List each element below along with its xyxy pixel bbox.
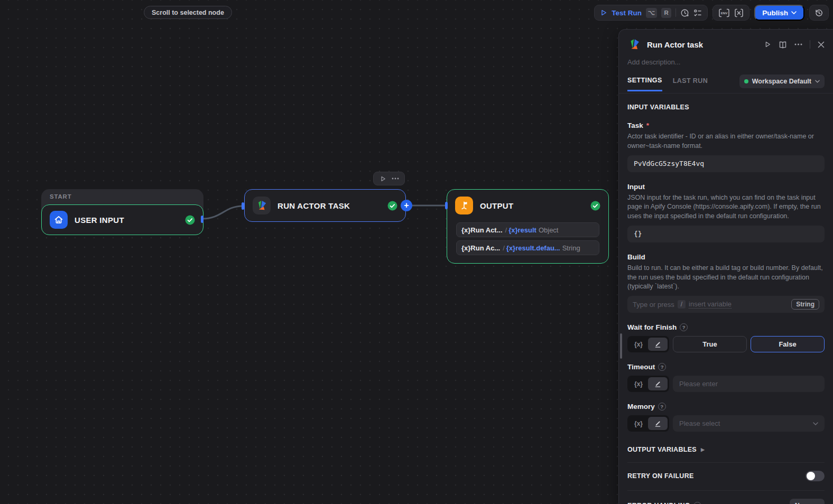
start-group-label: START — [41, 189, 203, 200]
variable-mode-button[interactable]: {x} — [629, 420, 648, 427]
true-button[interactable]: True — [673, 336, 747, 352]
panel-scrollbar[interactable] — [620, 333, 622, 359]
node-toolbar — [373, 172, 405, 185]
output-variables-section[interactable]: OUTPUT VARIABLES ▶ — [627, 446, 825, 453]
value-mode-toggle: {x} — [627, 415, 669, 432]
build-input[interactable]: Type or press / insert variable String — [627, 296, 825, 313]
string-type-badge: String — [791, 299, 819, 310]
error-handling-value: None — [795, 502, 811, 504]
tab-settings[interactable]: SETTINGS — [627, 77, 662, 91]
version-history-icon[interactable] — [815, 8, 823, 17]
help-icon[interactable]: ? — [680, 323, 688, 331]
variable-mode-button[interactable]: {x} — [629, 341, 648, 348]
edit-mode-button[interactable] — [648, 377, 668, 390]
help-icon[interactable]: ? — [658, 403, 666, 410]
input-handle[interactable] — [445, 202, 448, 209]
error-handling-select[interactable]: None — [790, 499, 825, 504]
chevron-down-icon — [815, 80, 820, 83]
divider — [810, 40, 810, 49]
variable-path: {x}result.defau... — [506, 244, 560, 252]
success-check-icon — [185, 215, 195, 225]
publish-label: Publish — [762, 9, 788, 17]
task-input[interactable] — [627, 155, 825, 172]
error-handling-heading: ERROR HANDLING ? — [627, 502, 701, 504]
build-label: Build — [627, 253, 645, 261]
input-label: Input — [627, 183, 645, 191]
node-more-icon[interactable] — [392, 178, 399, 180]
docs-icon[interactable] — [779, 41, 787, 49]
run-node-icon[interactable] — [380, 175, 386, 182]
memory-label: Memory — [627, 403, 655, 410]
variable-separator: / — [505, 226, 507, 234]
input-description: JSON input for the task run, which you c… — [627, 193, 825, 221]
variable-mode-button[interactable]: {x} — [629, 380, 648, 388]
description-placeholder[interactable]: Add description... — [619, 51, 833, 66]
value-mode-toggle: {x} — [627, 376, 669, 392]
apify-logo-icon — [627, 38, 641, 51]
edit-mode-button[interactable] — [648, 338, 668, 351]
variable-path: {x}result — [508, 226, 536, 234]
schedule-run-icon[interactable] — [680, 8, 689, 17]
run-step-icon[interactable] — [764, 41, 771, 48]
task-field-group: Task * Actor task identifier - ID or an … — [627, 122, 825, 172]
build-description: Build to run. It can be either a build t… — [627, 264, 825, 292]
help-icon[interactable]: ? — [693, 502, 701, 504]
workspace-selector[interactable]: Workspace Default — [739, 74, 825, 88]
history-group — [809, 5, 829, 21]
output-variable-pill[interactable]: {x}Run Ac... / {x}result.defau... String — [456, 240, 599, 255]
workspace-label: Workspace Default — [752, 78, 811, 85]
tab-last-run[interactable]: LAST RUN — [673, 77, 708, 90]
success-check-icon — [590, 201, 600, 211]
input-variables-heading: INPUT VARIABLES — [627, 104, 825, 111]
shortcut-option-key: ⌥ — [646, 8, 657, 18]
wait-for-finish-label: Wait for Finish — [627, 323, 677, 331]
test-run-button[interactable]: Test Run — [612, 9, 642, 17]
topbar: Test Run ⌥ R ENV — [594, 5, 829, 21]
timeout-input[interactable] — [673, 376, 825, 392]
node-run-actor-task[interactable]: RUN ACTOR TASK — [244, 189, 406, 222]
node-config-panel: Run Actor task Add description... SETTIN… — [618, 29, 833, 504]
node-title: USER INPUT — [75, 216, 185, 225]
insert-variable-link[interactable]: insert variable — [689, 300, 732, 309]
panel-title: Run Actor task — [647, 40, 764, 49]
memory-select[interactable]: Please select — [673, 415, 825, 432]
shortcut-r-key: R — [661, 8, 671, 18]
output-variable-pill[interactable]: {x}Run Act... / {x}result Object — [456, 222, 599, 237]
error-handling-label: ERROR HANDLING — [627, 502, 690, 504]
publish-button[interactable]: Publish — [754, 5, 804, 21]
retry-on-failure-heading: RETRY ON FAILURE — [627, 472, 694, 480]
required-mark: * — [646, 122, 649, 129]
variable-type: String — [562, 244, 580, 252]
test-run-play-icon[interactable] — [600, 9, 607, 16]
false-button[interactable]: False — [751, 336, 825, 352]
close-panel-icon[interactable] — [818, 41, 825, 48]
add-node-button[interactable]: + — [401, 200, 412, 211]
variable-source: {x}Run Act... — [461, 226, 503, 234]
workspace-status-dot — [744, 79, 748, 83]
retry-on-failure-toggle[interactable] — [806, 471, 825, 481]
home-icon — [50, 211, 68, 229]
value-mode-toggle: {x} — [627, 336, 669, 352]
divider — [627, 490, 825, 491]
memory-placeholder: Please select — [679, 419, 720, 427]
variable-separator: / — [503, 244, 505, 252]
memory-group: Memory ? {x} Please select — [627, 403, 825, 432]
input-handle[interactable] — [242, 202, 244, 210]
edit-mode-button[interactable] — [648, 417, 668, 430]
scroll-to-selected-node-button[interactable]: Scroll to selected node — [144, 6, 232, 19]
node-user-input[interactable]: USER INPUT — [41, 204, 203, 235]
run-checklist-icon[interactable] — [693, 9, 702, 17]
test-run-group: Test Run ⌥ R — [594, 5, 708, 21]
node-output[interactable]: OUTPUT {x}Run Act... / {x}result Object … — [447, 189, 609, 264]
more-options-icon[interactable] — [794, 43, 802, 45]
start-group: START USER INPUT — [41, 189, 203, 235]
input-field-group: Input JSON input for the task run, which… — [627, 183, 825, 242]
timeout-group: Timeout ? {x} — [627, 363, 825, 392]
help-icon[interactable]: ? — [658, 363, 666, 371]
env-icon[interactable]: ENV — [718, 8, 730, 17]
output-handle[interactable] — [201, 216, 203, 223]
json-input[interactable] — [627, 226, 825, 242]
variables-icon[interactable] — [734, 8, 744, 17]
slash-key-badge: / — [678, 300, 686, 309]
chevron-right-icon: ▶ — [701, 447, 705, 452]
